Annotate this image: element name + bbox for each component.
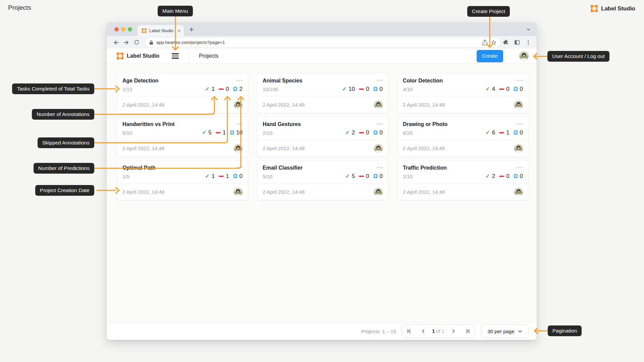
per-page-dropdown[interactable]: 30 per page [481,324,529,338]
project-title[interactable]: Email Classifier [263,165,377,171]
check-icon: ✓ [205,86,209,92]
annotations-stat: ✓ 5 [345,173,355,180]
page-title: Projects [8,4,31,11]
url-text[interactable]: app.heartex.com/projects?page=1 [156,40,479,45]
first-page-button[interactable] [402,325,416,338]
project-card[interactable]: Color Detection 4/10 ✓ 4 0 Ω 0 [397,73,529,113]
project-card[interactable]: Email Classifier 5/10 ✓ 5 0 Ω 0 [257,160,388,200]
extensions-puzzle-icon[interactable] [501,38,511,47]
project-owner-avatar[interactable] [514,144,523,153]
top-right-brand: Label Studio [590,5,635,12]
brand-name: Label Studio [601,5,635,12]
browser-toolbar: app.heartex.com/projects?page=1 [107,36,537,49]
new-tab-button[interactable] [189,27,194,32]
predictions-count: 0 [380,129,383,136]
browser-window: Label Studio ✕ [107,22,537,340]
predictions-count: 2 [239,86,243,93]
project-card[interactable]: Animal Species 10/100 ✓ 10 0 Ω 0 [257,73,388,113]
card-menu-dots-icon[interactable] [236,165,243,168]
tab-favicon-icon [142,28,147,33]
project-owner-avatar[interactable] [374,144,383,153]
card-menu-dots-icon[interactable] [236,121,243,125]
tab-list-chevron-icon[interactable] [526,27,531,32]
zoom-window-button[interactable] [128,27,132,32]
close-window-button[interactable] [114,27,119,32]
predictions-stat: Ω 0 [373,129,383,136]
callout-tasks-completed: Tasks Completed of Total Tasks [12,83,94,94]
prediction-icon: Ω [233,174,237,179]
project-creation-date: 2 April 2022, 14:48 [122,189,234,195]
card-menu-dots-icon[interactable] [517,165,523,168]
project-owner-avatar[interactable] [514,188,523,196]
project-owner-avatar[interactable] [234,188,243,196]
project-owner-avatar[interactable] [514,101,523,109]
card-menu-dots-icon[interactable] [377,165,383,168]
project-card[interactable]: Handwritten vs Print 5/10 ✓ 5 1 Ω 10 [117,117,248,157]
card-menu-dots-icon[interactable] [236,78,243,81]
card-stat-counters: ✓ 2 0 Ω 0 [485,173,523,180]
tab-close-icon[interactable]: ✕ [177,28,181,33]
card-menu-dots-icon[interactable] [517,78,523,81]
project-title[interactable]: Drawing or Photo [403,121,517,127]
app-page-title: Projects [199,53,218,59]
project-card[interactable]: Traffic Prediction 2/10 ✓ 2 0 Ω 0 [397,160,529,200]
project-owner-avatar[interactable] [374,101,383,109]
project-title[interactable]: Optimal Path [122,165,236,171]
share-icon[interactable] [482,40,488,46]
project-title[interactable]: Color Detection [403,78,517,84]
address-bar[interactable]: app.heartex.com/projects?page=1 [145,38,500,47]
project-card[interactable]: Optimal Path 1/5 ✓ 1 1 Ω 0 [117,160,248,200]
annotations-count: 2 [352,129,355,136]
card-menu-dots-icon[interactable] [377,121,383,125]
project-title[interactable]: Age Detection [122,78,236,84]
label-studio-logo-icon [116,52,124,60]
bookmark-star-icon[interactable] [491,40,497,46]
card-stat-counters: ✓ 5 1 Ω 10 [202,129,243,136]
previous-page-button[interactable] [416,325,430,338]
reload-button[interactable] [132,38,141,47]
project-card[interactable]: Hand Gestures 2/10 ✓ 2 0 Ω 0 [257,117,388,157]
check-icon: ✓ [205,174,209,179]
skipped-count: 0 [366,129,369,136]
predictions-stat: Ω 0 [373,173,383,180]
skipped-stat: 1 [216,129,226,136]
tasks-progress: 1/5 [122,174,205,179]
card-menu-dots-icon[interactable] [517,121,523,125]
browser-tab[interactable]: Label Studio ✕ [138,25,184,36]
project-owner-avatar[interactable] [234,144,243,153]
last-page-button[interactable] [461,325,475,338]
annotations-stat: ✓ 2 [345,129,355,136]
user-avatar[interactable] [519,51,529,61]
project-title[interactable]: Traffic Prediction [403,165,517,171]
project-card[interactable]: Drawing or Photo 6/20 ✓ 6 1 Ω 0 [397,117,529,157]
project-owner-avatar[interactable] [234,101,243,109]
app-brand-name: Label Studio [127,53,159,59]
side-panel-icon[interactable] [513,38,522,47]
main-menu-hamburger-icon[interactable] [172,53,179,59]
card-menu-dots-icon[interactable] [377,78,383,81]
create-project-button[interactable]: Create [477,50,503,62]
back-button[interactable] [111,38,120,47]
skipped-count: 1 [223,129,226,136]
annotations-count: 5 [352,173,355,180]
minimize-window-button[interactable] [121,27,125,32]
project-card[interactable]: Age Detection 1/12 ✓ 1 0 Ω 2 [117,73,248,113]
projects-content: Age Detection 1/12 ✓ 1 0 Ω 2 [107,64,537,322]
skipped-stat: 0 [359,129,369,136]
next-page-button[interactable] [446,325,461,338]
project-title[interactable]: Handwritten vs Print [122,121,236,127]
project-title[interactable]: Animal Species [263,78,377,84]
check-icon: ✓ [485,130,490,135]
per-page-value: 30 per page [487,328,514,334]
window-controls[interactable] [114,27,132,32]
annotations-count: 5 [208,129,211,136]
check-icon: ✓ [345,174,350,179]
minus-icon [499,88,504,90]
project-creation-date: 2 April 2022, 14:48 [403,145,514,151]
project-owner-avatar[interactable] [374,188,383,196]
project-title[interactable]: Hand Gestures [263,121,377,127]
toolbar-right-icons [501,38,533,47]
minus-icon [359,176,364,177]
browser-menu-dots-icon[interactable] [524,38,533,47]
forward-button[interactable] [122,38,131,47]
